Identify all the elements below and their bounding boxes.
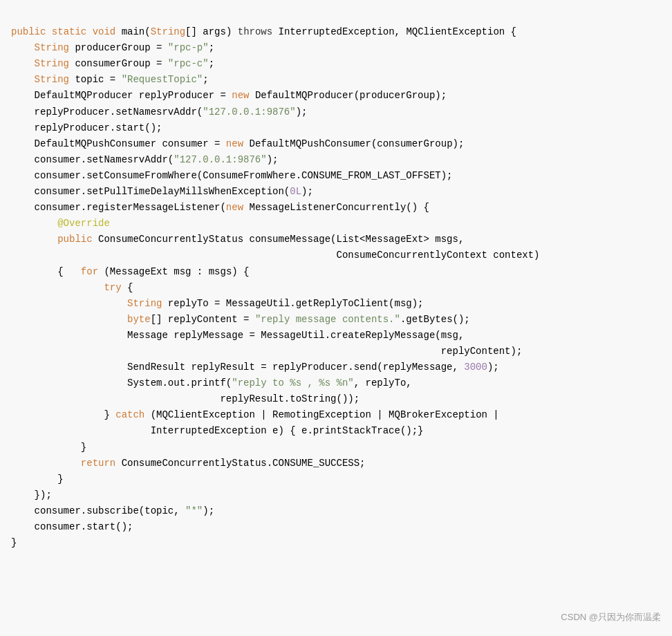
watermark: CSDN @只因为你而温柔 [561,610,661,625]
code-block: public static void main(String[] args) t… [11,8,661,551]
code-container: public static void main(String[] args) t… [0,0,672,636]
